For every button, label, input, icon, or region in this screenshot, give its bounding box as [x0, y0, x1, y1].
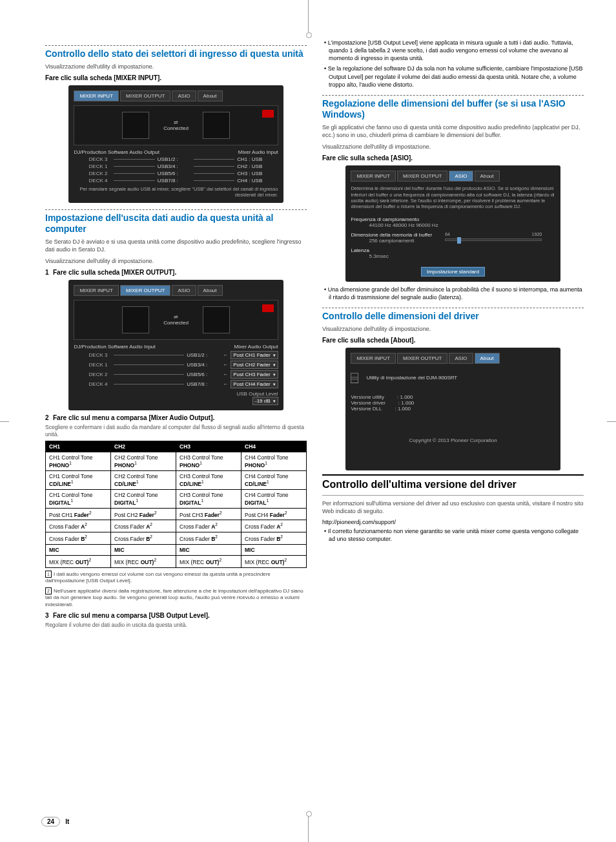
device-graphic — [122, 112, 149, 139]
heavy-divider — [322, 474, 584, 476]
bullet-item: Il corretto funzionamento non viene gara… — [322, 527, 584, 543]
table-header: CH4 — [241, 441, 307, 452]
table-cell: Cross Fader A2 — [111, 520, 176, 532]
tab-asio[interactable]: ASIO — [172, 90, 196, 101]
mixer-graphic — [203, 306, 230, 333]
step-heading: 1Fare clic sulla scheda [MIXER OUTPUT]. — [45, 269, 307, 276]
bullet-item: L'impostazione [USB Output Level] viene … — [322, 39, 584, 62]
usb-label: USB1/2 : — [158, 156, 191, 162]
section-title: Impostazione dell'uscita dati audio da q… — [45, 213, 307, 235]
tab-mixer-input[interactable]: MIXER INPUT — [74, 90, 119, 101]
latency-label: Latenza — [351, 247, 555, 253]
footnote: 1I dati audio vengono emessi col volume … — [45, 571, 307, 585]
table-cell: Post CH3 Fader2 — [176, 508, 241, 520]
usb-icon: ⇌ — [163, 120, 189, 125]
tab-mixer-input[interactable]: MIXER INPUT — [351, 353, 396, 364]
version-value: : 1.000 — [397, 394, 413, 400]
divider — [322, 495, 584, 496]
footnote: 2Nell'usare applicativi diversi dalla re… — [45, 587, 307, 608]
step-text: Fare clic sul menu a comparsa [Mixer Aud… — [53, 414, 214, 421]
divider — [45, 45, 307, 46]
usb-label: USB3/4 : — [158, 163, 191, 169]
page-number: 24 It — [41, 817, 69, 826]
section-title-major: Controllo dell'ultima versione del drive… — [322, 478, 584, 491]
section-title: Controllo delle dimensioni del driver — [322, 311, 584, 322]
output-options-table: CH1 CH2 CH3 CH4 CH1 Control Tone PHONO1C… — [45, 441, 307, 568]
column-header: Mixer Audio Output — [234, 344, 278, 350]
table-cell: CH3 Control Tone DIGITAL1 — [176, 489, 241, 508]
version-value: : 1.000 — [398, 400, 414, 406]
left-column: Controllo dello stato dei selettori di i… — [45, 39, 307, 631]
channel-label: CH4 : USB — [237, 178, 278, 184]
output-select[interactable]: Post CH2 Fader — [231, 361, 278, 369]
step-heading: Fare clic sulla scheda [MIXER INPUT]. — [45, 74, 307, 81]
connection-status: Connected — [163, 320, 189, 326]
output-select[interactable]: Post CH1 Fader — [231, 351, 278, 359]
table-cell: CH2 Control Tone PHONO1 — [111, 452, 176, 471]
tab-about[interactable]: About — [198, 285, 223, 296]
divider — [322, 95, 584, 96]
usb-label: USB3/4 : — [187, 362, 220, 368]
footnote-text: I dati audio vengono emessi col volume c… — [45, 571, 271, 584]
intro-text: Visualizzazione dell'utility di impostaz… — [45, 257, 307, 265]
crop-tick — [607, 421, 616, 422]
tab-mixer-output[interactable]: MIXER OUTPUT — [120, 285, 170, 296]
crop-tick — [0, 421, 9, 422]
tab-about[interactable]: About — [475, 171, 500, 182]
tab-asio[interactable]: ASIO — [172, 285, 196, 296]
usb-label: USB7/8 : — [187, 381, 220, 387]
channel-label: CH3 : USB — [237, 171, 278, 176]
buffer-slider[interactable] — [445, 238, 542, 241]
tab-asio[interactable]: ASIO — [449, 353, 473, 364]
table-cell: MIX (REC OUT)2 — [46, 556, 111, 568]
table-cell: MIX (REC OUT)2 — [176, 556, 241, 568]
column-header: DJ/Production Software Audio Input — [74, 344, 155, 350]
asio-panel: MIXER INPUT MIXER OUTPUT ASIO About Dete… — [345, 165, 560, 282]
buffer-size-value: 256 campionamenti — [351, 238, 432, 244]
tab-mixer-output[interactable]: MIXER OUTPUT — [120, 90, 170, 101]
default-settings-button[interactable]: Impostazione standard — [421, 267, 485, 277]
product-name: Utility di impostazione del DJM-900SRT — [366, 375, 457, 381]
intro-text: Visualizzazione dell'utility di impostaz… — [45, 63, 307, 70]
table-cell: Cross Fader B2 — [111, 532, 176, 545]
sample-rate-label: Frequenza di campionamento — [351, 216, 555, 222]
tab-mixer-output[interactable]: MIXER OUTPUT — [397, 171, 447, 182]
output-select[interactable]: Post CH4 Fader — [231, 380, 278, 388]
slider-max: 1920 — [532, 232, 542, 237]
divider — [322, 308, 584, 308]
output-select[interactable]: Post CH3 Fader — [231, 370, 278, 379]
version-value: : 1.000 — [395, 406, 410, 412]
intro-text: Per informazioni sull'ultima versione de… — [322, 500, 584, 515]
spine-indicator-top — [308, 0, 309, 32]
output-level-select[interactable]: -19 dB — [252, 397, 278, 405]
column-header: DJ/Production Software Audio Output — [74, 149, 159, 155]
footnote-marker: 1 — [45, 571, 52, 578]
tab-about[interactable]: About — [475, 353, 500, 364]
table-cell: CH2 Control Tone CD/LINE1 — [111, 470, 176, 489]
deck-label: DECK 1 — [74, 163, 111, 169]
usb-label: USB7/8 : — [158, 178, 191, 184]
table-cell: MIX (REC OUT)2 — [241, 556, 307, 568]
step-heading: Fare clic sulla scheda [About]. — [322, 337, 584, 344]
footnote-text: Nell'usare applicativi diversi dalla reg… — [45, 588, 303, 607]
status-led — [262, 304, 274, 312]
asio-description: Determina le dimensioni del buffer duran… — [351, 185, 555, 210]
step-hint: Regolare il volume dei dati audio in usc… — [45, 622, 307, 629]
spine-indicator-bottom — [308, 816, 309, 842]
tab-about[interactable]: About — [198, 90, 223, 101]
tab-mixer-input[interactable]: MIXER INPUT — [351, 171, 396, 182]
tab-asio[interactable]: ASIO — [449, 171, 473, 182]
tab-mixer-output[interactable]: MIXER OUTPUT — [397, 353, 447, 364]
usb-label: USB1/2 : — [187, 352, 220, 358]
table-header: CH3 — [176, 441, 241, 452]
slider-min: 64 — [445, 232, 450, 237]
mixer-input-panel: MIXER INPUT MIXER OUTPUT ASIO About ⇌ Co… — [68, 85, 283, 203]
page-number-value: 24 — [41, 817, 60, 826]
tab-mixer-input[interactable]: MIXER INPUT — [74, 285, 119, 296]
table-cell: MIC — [241, 545, 307, 556]
table-cell: Cross Fader B2 — [241, 532, 307, 545]
usb-icon: ⇌ — [163, 314, 189, 320]
deck-label: DECK 1 — [74, 362, 111, 368]
table-cell: Post CH4 Fader2 — [241, 508, 307, 520]
section-title: Regolazione delle dimensioni del buffer … — [322, 98, 584, 121]
